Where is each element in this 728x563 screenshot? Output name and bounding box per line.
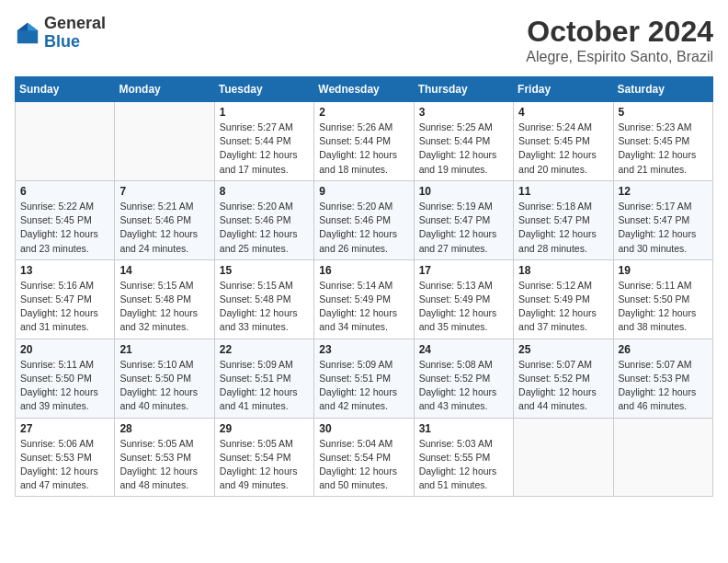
logo-line2: Blue: [44, 33, 106, 52]
calendar-week-row: 1Sunrise: 5:27 AM Sunset: 5:44 PM Daylig…: [16, 102, 713, 181]
calendar-cell: 14Sunrise: 5:15 AM Sunset: 5:48 PM Dayli…: [115, 259, 214, 339]
calendar-cell: 30Sunrise: 5:04 AM Sunset: 5:54 PM Dayli…: [314, 418, 414, 497]
day-info: Sunrise: 5:11 AM Sunset: 5:50 PM Dayligh…: [619, 279, 708, 335]
day-number: 14: [119, 264, 209, 277]
day-number: 3: [419, 106, 508, 119]
calendar-cell: 19Sunrise: 5:11 AM Sunset: 5:50 PM Dayli…: [613, 259, 712, 339]
day-number: 17: [419, 264, 508, 277]
day-info: Sunrise: 5:08 AM Sunset: 5:52 PM Dayligh…: [419, 358, 508, 414]
calendar-header: SundayMondayTuesdayWednesdayThursdayFrid…: [16, 77, 713, 102]
day-number: 23: [319, 343, 408, 356]
day-info: Sunrise: 5:14 AM Sunset: 5:49 PM Dayligh…: [319, 279, 408, 335]
day-number: 27: [20, 422, 109, 435]
day-number: 20: [20, 343, 109, 356]
calendar-cell: [115, 102, 214, 181]
day-number: 28: [119, 422, 209, 435]
svg-marker-1: [28, 23, 38, 30]
calendar-cell: 21Sunrise: 5:10 AM Sunset: 5:50 PM Dayli…: [115, 339, 214, 418]
day-info: Sunrise: 5:15 AM Sunset: 5:48 PM Dayligh…: [220, 279, 309, 335]
day-number: 4: [518, 106, 608, 119]
weekday-header: Saturday: [613, 77, 712, 102]
calendar-cell: 17Sunrise: 5:13 AM Sunset: 5:49 PM Dayli…: [414, 259, 513, 339]
calendar-cell: [514, 418, 613, 497]
day-number: 5: [619, 106, 708, 119]
calendar-cell: 27Sunrise: 5:06 AM Sunset: 5:53 PM Dayli…: [16, 418, 115, 497]
day-info: Sunrise: 5:07 AM Sunset: 5:53 PM Dayligh…: [619, 358, 708, 414]
calendar-cell: 28Sunrise: 5:05 AM Sunset: 5:53 PM Dayli…: [115, 418, 214, 497]
day-number: 13: [20, 264, 109, 277]
weekday-header: Tuesday: [214, 77, 313, 102]
weekday-header: Friday: [514, 77, 613, 102]
day-info: Sunrise: 5:24 AM Sunset: 5:45 PM Dayligh…: [518, 121, 608, 177]
day-info: Sunrise: 5:06 AM Sunset: 5:53 PM Dayligh…: [20, 437, 109, 493]
calendar-cell: 31Sunrise: 5:03 AM Sunset: 5:55 PM Dayli…: [414, 418, 513, 497]
day-info: Sunrise: 5:09 AM Sunset: 5:51 PM Dayligh…: [319, 358, 408, 414]
calendar-cell: 23Sunrise: 5:09 AM Sunset: 5:51 PM Dayli…: [314, 339, 414, 418]
day-info: Sunrise: 5:05 AM Sunset: 5:54 PM Dayligh…: [220, 437, 309, 493]
calendar-cell: 26Sunrise: 5:07 AM Sunset: 5:53 PM Dayli…: [613, 339, 712, 418]
day-number: 30: [319, 422, 408, 435]
day-info: Sunrise: 5:22 AM Sunset: 5:45 PM Dayligh…: [20, 200, 109, 256]
logo: General Blue: [15, 15, 106, 52]
calendar-cell: 4Sunrise: 5:24 AM Sunset: 5:45 PM Daylig…: [514, 102, 613, 181]
day-info: Sunrise: 5:09 AM Sunset: 5:51 PM Dayligh…: [220, 358, 309, 414]
day-info: Sunrise: 5:05 AM Sunset: 5:53 PM Dayligh…: [119, 437, 209, 493]
calendar-cell: 10Sunrise: 5:19 AM Sunset: 5:47 PM Dayli…: [414, 180, 513, 259]
day-info: Sunrise: 5:20 AM Sunset: 5:46 PM Dayligh…: [220, 200, 309, 256]
calendar-table: SundayMondayTuesdayWednesdayThursdayFrid…: [15, 76, 713, 497]
day-info: Sunrise: 5:27 AM Sunset: 5:44 PM Dayligh…: [220, 121, 309, 177]
day-number: 22: [220, 343, 309, 356]
calendar-cell: 1Sunrise: 5:27 AM Sunset: 5:44 PM Daylig…: [214, 102, 313, 181]
day-number: 10: [419, 185, 508, 198]
day-number: 19: [619, 264, 708, 277]
day-number: 1: [220, 106, 309, 119]
calendar-cell: 9Sunrise: 5:20 AM Sunset: 5:46 PM Daylig…: [314, 180, 414, 259]
day-info: Sunrise: 5:19 AM Sunset: 5:47 PM Dayligh…: [419, 200, 508, 256]
header: General Blue October 2024 Alegre, Espiri…: [15, 15, 713, 65]
day-number: 12: [619, 185, 708, 198]
calendar-cell: [613, 418, 712, 497]
day-number: 6: [20, 185, 109, 198]
calendar-cell: 11Sunrise: 5:18 AM Sunset: 5:47 PM Dayli…: [514, 180, 613, 259]
day-info: Sunrise: 5:17 AM Sunset: 5:47 PM Dayligh…: [619, 200, 708, 256]
calendar-cell: 22Sunrise: 5:09 AM Sunset: 5:51 PM Dayli…: [214, 339, 313, 418]
day-info: Sunrise: 5:20 AM Sunset: 5:46 PM Dayligh…: [319, 200, 408, 256]
day-info: Sunrise: 5:25 AM Sunset: 5:44 PM Dayligh…: [419, 121, 508, 177]
day-number: 25: [518, 343, 608, 356]
weekday-header: Sunday: [16, 77, 115, 102]
day-number: 26: [619, 343, 708, 356]
day-number: 9: [319, 185, 408, 198]
calendar-week-row: 27Sunrise: 5:06 AM Sunset: 5:53 PM Dayli…: [16, 418, 713, 497]
day-info: Sunrise: 5:16 AM Sunset: 5:47 PM Dayligh…: [20, 279, 109, 335]
calendar-cell: 8Sunrise: 5:20 AM Sunset: 5:46 PM Daylig…: [214, 180, 313, 259]
day-info: Sunrise: 5:21 AM Sunset: 5:46 PM Dayligh…: [119, 200, 209, 256]
calendar-week-row: 13Sunrise: 5:16 AM Sunset: 5:47 PM Dayli…: [16, 259, 713, 339]
day-number: 21: [119, 343, 209, 356]
calendar-cell: 6Sunrise: 5:22 AM Sunset: 5:45 PM Daylig…: [16, 180, 115, 259]
day-info: Sunrise: 5:04 AM Sunset: 5:54 PM Dayligh…: [319, 437, 408, 493]
calendar-cell: 3Sunrise: 5:25 AM Sunset: 5:44 PM Daylig…: [414, 102, 513, 181]
calendar-cell: 13Sunrise: 5:16 AM Sunset: 5:47 PM Dayli…: [16, 259, 115, 339]
calendar-cell: 29Sunrise: 5:05 AM Sunset: 5:54 PM Dayli…: [214, 418, 313, 497]
day-info: Sunrise: 5:18 AM Sunset: 5:47 PM Dayligh…: [518, 200, 608, 256]
day-info: Sunrise: 5:12 AM Sunset: 5:49 PM Dayligh…: [518, 279, 608, 335]
calendar-cell: 15Sunrise: 5:15 AM Sunset: 5:48 PM Dayli…: [214, 259, 313, 339]
day-info: Sunrise: 5:15 AM Sunset: 5:48 PM Dayligh…: [119, 279, 209, 335]
day-number: 8: [220, 185, 309, 198]
calendar-cell: 12Sunrise: 5:17 AM Sunset: 5:47 PM Dayli…: [613, 180, 712, 259]
calendar-cell: 5Sunrise: 5:23 AM Sunset: 5:45 PM Daylig…: [613, 102, 712, 181]
day-info: Sunrise: 5:10 AM Sunset: 5:50 PM Dayligh…: [119, 358, 209, 414]
day-number: 15: [220, 264, 309, 277]
day-info: Sunrise: 5:26 AM Sunset: 5:44 PM Dayligh…: [319, 121, 408, 177]
day-info: Sunrise: 5:07 AM Sunset: 5:52 PM Dayligh…: [518, 358, 608, 414]
logo-icon: [15, 20, 40, 46]
calendar-cell: 25Sunrise: 5:07 AM Sunset: 5:52 PM Dayli…: [514, 339, 613, 418]
day-number: 2: [319, 106, 408, 119]
month-title: October 2024: [526, 15, 713, 49]
weekday-header: Wednesday: [314, 77, 414, 102]
weekday-header: Monday: [115, 77, 214, 102]
day-number: 31: [419, 422, 508, 435]
calendar-cell: 18Sunrise: 5:12 AM Sunset: 5:49 PM Dayli…: [514, 259, 613, 339]
calendar-week-row: 20Sunrise: 5:11 AM Sunset: 5:50 PM Dayli…: [16, 339, 713, 418]
calendar-cell: 20Sunrise: 5:11 AM Sunset: 5:50 PM Dayli…: [16, 339, 115, 418]
